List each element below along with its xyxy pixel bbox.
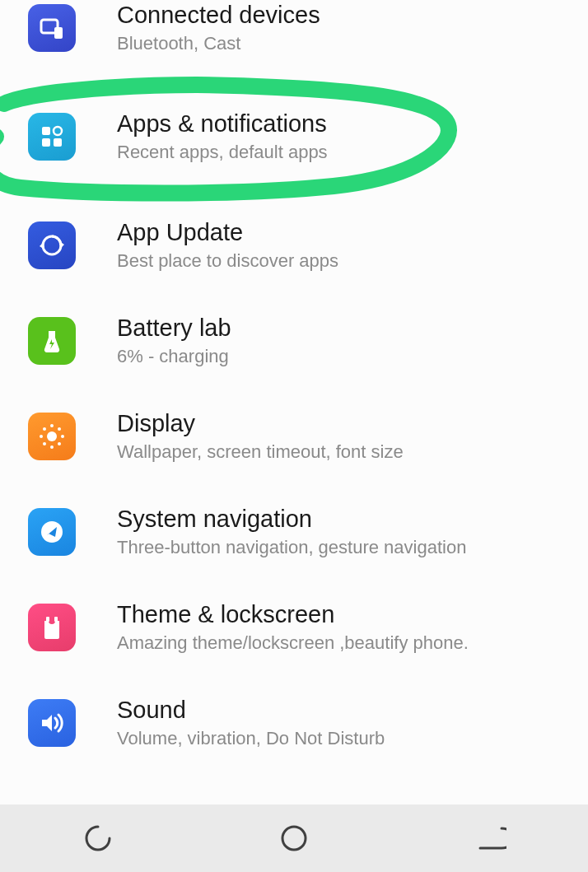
settings-item-subtitle: Volume, vibration, Do Not Disturb (117, 726, 560, 751)
settings-item-subtitle: Amazing theme/lockscreen ,beautify phone… (117, 631, 560, 655)
settings-item-theme-lockscreen[interactable]: Theme & lockscreen Amazing theme/lockscr… (0, 580, 588, 675)
svg-point-13 (40, 435, 43, 438)
sound-icon (28, 699, 76, 747)
settings-item-title: Apps & notifications (117, 109, 560, 138)
settings-item-title: Sound (117, 695, 560, 725)
svg-point-10 (47, 431, 57, 441)
settings-item-text: Theme & lockscreen Amazing theme/lockscr… (117, 599, 560, 655)
battery-lab-icon (28, 317, 76, 365)
svg-rect-22 (54, 617, 58, 622)
settings-item-text: Display Wallpaper, screen timeout, font … (117, 408, 560, 464)
app-update-icon (28, 221, 76, 269)
svg-point-14 (61, 435, 64, 438)
svg-rect-4 (42, 138, 50, 147)
settings-item-subtitle: Recent apps, default apps (117, 140, 560, 165)
connected-devices-icon (28, 4, 76, 52)
settings-item-subtitle: 6% - charging (117, 344, 560, 369)
theme-lockscreen-icon (28, 604, 76, 651)
settings-item-title: App Update (117, 217, 560, 247)
settings-item-title: Theme & lockscreen (117, 599, 560, 629)
svg-point-12 (50, 445, 54, 449)
svg-rect-5 (54, 138, 62, 147)
home-button[interactable] (274, 818, 314, 858)
settings-item-display[interactable]: Display Wallpaper, screen timeout, font … (0, 389, 588, 484)
svg-point-24 (282, 827, 306, 850)
settings-item-title: Display (117, 408, 560, 438)
svg-point-18 (58, 442, 61, 445)
svg-point-3 (54, 127, 62, 135)
system-navigation-icon (28, 508, 76, 556)
svg-point-15 (43, 427, 46, 431)
settings-item-app-update[interactable]: App Update Best place to discover apps (0, 198, 588, 293)
settings-item-connected-devices[interactable]: Connected devices Bluetooth, Cast (0, 0, 588, 76)
settings-item-subtitle: Wallpaper, screen timeout, font size (117, 440, 560, 464)
svg-marker-23 (42, 715, 52, 731)
svg-rect-2 (42, 127, 50, 135)
recent-apps-button[interactable] (78, 818, 118, 858)
apps-notifications-icon (28, 113, 76, 161)
svg-rect-21 (46, 617, 49, 622)
settings-item-text: System navigation Three-button navigatio… (117, 504, 560, 560)
svg-point-11 (50, 424, 54, 427)
settings-item-battery-lab[interactable]: Battery lab 6% - charging (0, 293, 588, 389)
settings-item-system-navigation[interactable]: System navigation Three-button navigatio… (0, 484, 588, 580)
settings-item-text: App Update Best place to discover apps (117, 217, 560, 273)
settings-item-title: Connected devices (117, 0, 560, 30)
settings-item-text: Apps & notifications Recent apps, defaul… (117, 109, 560, 165)
svg-rect-1 (54, 27, 63, 39)
settings-item-subtitle: Best place to discover apps (117, 249, 560, 273)
svg-point-17 (43, 442, 46, 445)
navigation-bar (0, 804, 588, 872)
settings-item-subtitle: Three-button navigation, gesture navigat… (117, 535, 560, 560)
settings-item-text: Sound Volume, vibration, Do Not Disturb (117, 695, 560, 751)
settings-item-sound[interactable]: Sound Volume, vibration, Do Not Disturb (0, 675, 588, 771)
settings-item-text: Connected devices Bluetooth, Cast (117, 0, 560, 56)
back-button[interactable] (470, 818, 510, 858)
settings-item-apps-notifications[interactable]: Apps & notifications Recent apps, defaul… (0, 76, 588, 198)
display-icon (28, 413, 76, 460)
settings-item-subtitle: Bluetooth, Cast (117, 31, 560, 56)
svg-point-16 (58, 427, 61, 431)
settings-item-text: Battery lab 6% - charging (117, 313, 560, 369)
settings-item-title: Battery lab (117, 313, 560, 343)
settings-list: Connected devices Bluetooth, Cast Apps &… (0, 0, 588, 771)
settings-item-title: System navigation (117, 504, 560, 534)
